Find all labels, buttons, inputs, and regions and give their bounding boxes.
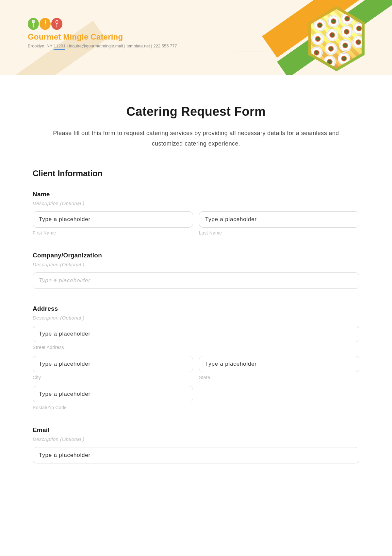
state-input[interactable]: Type a placeholder bbox=[199, 356, 359, 372]
field-group-name: Name Description (Optional ) Type a plac… bbox=[33, 191, 359, 235]
street-input[interactable]: Type a placeholder bbox=[33, 326, 359, 342]
field-group-company: Company/Organization Description (Option… bbox=[33, 252, 359, 289]
contact-prefix: Brooklyn, NY bbox=[28, 43, 54, 48]
company-input[interactable]: Type a placeholder bbox=[33, 272, 359, 289]
street-sublabel: Street Address bbox=[33, 345, 359, 350]
brand-contact: Brooklyn, NY 11201 | inquire@gourmetming… bbox=[28, 43, 177, 48]
city-sublabel: City bbox=[33, 375, 193, 380]
name-desc: Description (Optional ) bbox=[33, 200, 359, 206]
last-name-sublabel: Last Name bbox=[199, 230, 359, 235]
brand-name: Gourmet Mingle Catering bbox=[28, 32, 177, 42]
first-name-sublabel: First Name bbox=[33, 230, 193, 235]
postal-input[interactable]: Type a placeholder bbox=[33, 386, 193, 402]
email-label: Email bbox=[33, 426, 359, 434]
first-name-input[interactable]: Type a placeholder bbox=[33, 211, 193, 228]
section-client-heading: Client Information bbox=[33, 169, 359, 178]
city-input[interactable]: Type a placeholder bbox=[33, 356, 193, 372]
header-band: Gourmet Mingle Catering Brooklyn, NY 112… bbox=[0, 0, 392, 75]
postal-sublabel: Postal/Zip Code bbox=[33, 405, 193, 410]
email-desc: Description (Optional ) bbox=[33, 436, 359, 442]
page-intro: Please fill out this form to request cat… bbox=[42, 128, 350, 149]
decor-line bbox=[235, 51, 281, 51]
field-group-address: Address Description (Optional ) Type a p… bbox=[33, 305, 359, 410]
contact-suffix: | inquire@gourmetmingle.mail | template.… bbox=[65, 43, 177, 48]
address-desc: Description (Optional ) bbox=[33, 315, 359, 321]
contact-zip: 11201 bbox=[54, 43, 65, 50]
fork-icon bbox=[28, 18, 39, 30]
address-label: Address bbox=[33, 305, 359, 312]
form-content: Catering Request Form Please fill out th… bbox=[0, 75, 392, 463]
spoon-icon bbox=[51, 18, 62, 30]
email-input[interactable]: Type a placeholder bbox=[33, 447, 359, 463]
name-label: Name bbox=[33, 191, 359, 198]
company-label: Company/Organization bbox=[33, 252, 359, 259]
brand-block: Gourmet Mingle Catering Brooklyn, NY 112… bbox=[28, 18, 177, 48]
last-name-input[interactable]: Type a placeholder bbox=[199, 211, 359, 228]
page-title: Catering Request Form bbox=[33, 105, 359, 119]
knife-icon bbox=[40, 18, 51, 30]
hero-image-hexagon bbox=[304, 6, 369, 71]
field-group-email: Email Description (Optional ) Type a pla… bbox=[33, 426, 359, 463]
brand-logo bbox=[28, 18, 177, 30]
state-sublabel: State bbox=[199, 375, 359, 380]
svg-point-0 bbox=[56, 20, 58, 24]
company-desc: Description (Optional ) bbox=[33, 262, 359, 267]
